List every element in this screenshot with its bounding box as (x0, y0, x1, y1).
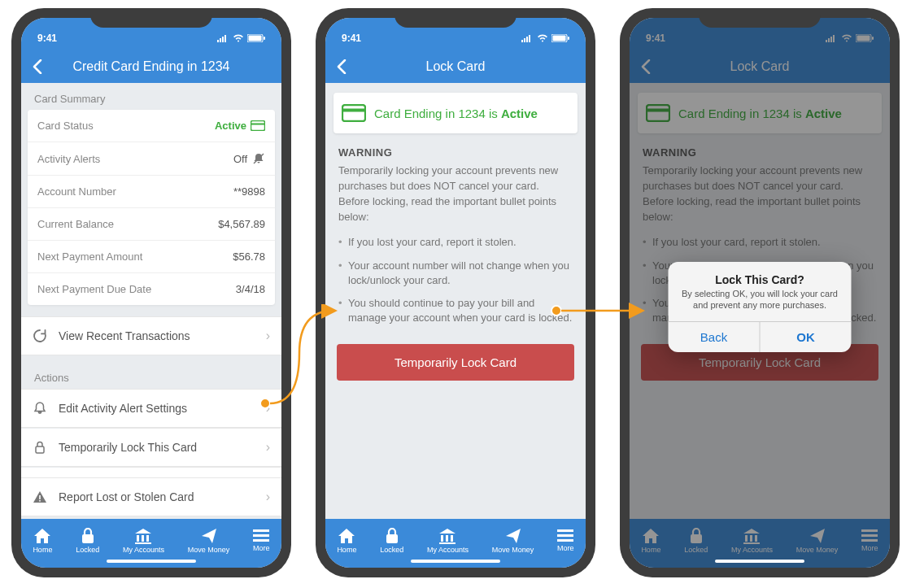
tab-move-money[interactable]: Move Money (796, 528, 839, 554)
wifi-icon (841, 34, 852, 42)
svg-rect-2 (222, 37, 224, 42)
menu-icon (557, 529, 573, 542)
svg-rect-17 (521, 40, 523, 42)
tab-accounts[interactable]: My Accounts (427, 528, 469, 554)
tab-label: My Accounts (731, 546, 773, 554)
bank-icon (438, 528, 456, 544)
row-current-balance: Current Balance $4,567.89 (28, 208, 275, 241)
label: Edit Activity Alert Settings (59, 402, 187, 415)
section-label-summary: Card Summary (21, 83, 281, 110)
label: Current Balance (37, 218, 114, 230)
tab-label: More (861, 544, 878, 552)
svg-rect-36 (872, 37, 874, 40)
home-indicator[interactable] (107, 560, 196, 563)
warning-body: Temporarily locking your account prevent… (325, 162, 586, 226)
alert-back-button[interactable]: Back (669, 322, 761, 352)
tab-home[interactable]: Home (33, 528, 52, 554)
tab-locked[interactable]: Locked (684, 528, 708, 554)
screen-card-summary: 9:41 Credit Card Ending in 1234 Card Sum… (21, 18, 281, 568)
warning-bullets: If you lost your card, report it stolen.… (325, 226, 586, 338)
tab-locked[interactable]: Locked (76, 528, 99, 554)
lock-icon (385, 528, 399, 544)
home-indicator[interactable] (411, 560, 500, 563)
tab-move-money[interactable]: Move Money (492, 528, 534, 554)
value: $4,567.89 (218, 218, 265, 230)
svg-rect-11 (39, 495, 41, 499)
home-icon (33, 528, 51, 544)
warning-title: WARNING (325, 143, 586, 162)
lock-icon (81, 528, 95, 544)
header-bar: Lock Card (630, 50, 890, 83)
cellular-icon (826, 34, 838, 42)
tab-label: More (253, 544, 270, 552)
tab-more[interactable]: More (557, 529, 574, 552)
bullet: Your account number will not change when… (348, 255, 573, 292)
battery-icon (247, 34, 265, 42)
lock-icon (689, 528, 704, 544)
svg-rect-22 (553, 36, 566, 41)
label: Temporarily Lock This Card (59, 441, 197, 454)
menu-icon (253, 529, 269, 542)
tab-locked[interactable]: Locked (380, 528, 403, 554)
alert-title: Lock This Card? (669, 262, 852, 288)
label: Card Status (37, 120, 94, 132)
status-icons (521, 34, 569, 42)
notch (394, 8, 517, 28)
edit-activity-alerts[interactable]: Edit Activity Alert Settings › (21, 389, 281, 428)
section-label-actions: Actions (21, 355, 281, 389)
tab-home[interactable]: Home (641, 528, 660, 554)
page-title: Credit Card Ending in 1234 (21, 59, 281, 74)
svg-rect-1 (220, 38, 221, 42)
tab-label: Move Money (492, 546, 534, 554)
chevron-right-icon: › (266, 401, 270, 416)
menu-icon (861, 529, 878, 542)
phone-1: 9:41 Credit Card Ending in 1234 Card Sum… (11, 8, 291, 577)
status-badge: Active (215, 120, 265, 132)
bell-icon (33, 401, 47, 416)
home-indicator[interactable] (715, 560, 804, 563)
tab-accounts[interactable]: My Accounts (123, 528, 164, 554)
svg-rect-25 (342, 109, 365, 112)
view-recent-transactions[interactable]: View Recent Transactions › (21, 316, 281, 355)
svg-rect-19 (526, 37, 528, 42)
svg-rect-18 (524, 38, 525, 42)
temporarily-lock-card[interactable]: Temporarily Lock This Card › (21, 429, 281, 467)
confirmation-alert: Lock This Card? By selecting OK, you wil… (669, 262, 852, 352)
card-status-banner: Card Ending in 1234 is Active (333, 93, 578, 133)
tab-label: Home (337, 546, 356, 554)
alert-ok-button[interactable]: OK (761, 322, 852, 352)
bullet: If you lost your card, report it stolen. (348, 231, 573, 254)
svg-rect-7 (251, 121, 265, 131)
tab-move-money[interactable]: Move Money (188, 528, 230, 554)
lock-card-button[interactable]: Temporarily Lock Card (337, 344, 574, 381)
value: Off (233, 152, 265, 165)
tab-label: Move Money (188, 546, 230, 554)
tab-accounts[interactable]: My Accounts (731, 528, 773, 554)
page-title: Lock Card (630, 59, 890, 74)
svg-rect-33 (833, 35, 835, 42)
battery-icon (551, 34, 569, 42)
warning-title: WARNING (630, 143, 890, 162)
tab-home[interactable]: Home (337, 528, 356, 554)
tab-more[interactable]: More (861, 529, 878, 552)
tab-label: Locked (380, 546, 403, 554)
wifi-icon (537, 34, 548, 42)
svg-rect-15 (253, 534, 269, 537)
card-icon (251, 120, 265, 131)
svg-rect-38 (647, 109, 669, 112)
tab-label: More (557, 544, 574, 552)
svg-rect-41 (861, 534, 878, 537)
chevron-right-icon: › (266, 440, 270, 455)
chevron-right-icon: › (266, 490, 270, 504)
bullet: You should continue to pay your bill and… (348, 292, 573, 329)
content-area: Card Ending in 1234 is Active WARNING Te… (325, 83, 586, 519)
tab-label: Locked (684, 546, 708, 554)
screen-lock-card-confirm: 9:41 Lock Card Card Ending in 1234 is Ac… (630, 18, 890, 568)
time: 9:41 (646, 33, 665, 44)
tab-more[interactable]: More (253, 529, 270, 552)
bank-icon (743, 528, 761, 544)
report-lost-stolen[interactable]: Report Lost or Stolen Card › (21, 477, 281, 516)
svg-rect-40 (861, 529, 878, 532)
banner-text: Card Ending in 1234 is Active (678, 107, 842, 120)
value: $56.78 (233, 250, 265, 263)
